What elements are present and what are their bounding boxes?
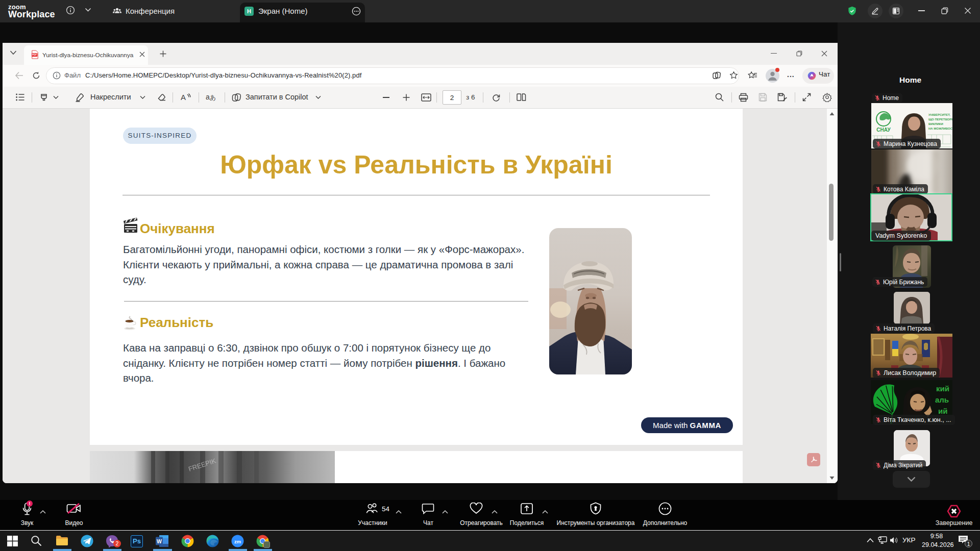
svg-text:СНАУ: СНАУ xyxy=(876,127,891,133)
svg-text:ЩО ПЕРЕТВОРЮЄ: ЩО ПЕРЕТВОРЮЄ xyxy=(928,118,952,121)
svg-text:аль: аль xyxy=(935,395,949,404)
svg-text:W: W xyxy=(157,538,162,544)
svg-text:PDF: PDF xyxy=(32,54,37,56)
svg-text:ий: ий xyxy=(938,407,947,415)
svg-text:НА МОЖЛИВОСТІ: НА МОЖЛИВОСТІ xyxy=(928,127,952,130)
svg-text:ВИКЛИКИ: ВИКЛИКИ xyxy=(928,122,943,126)
svg-text:A: A xyxy=(181,93,186,102)
svg-text:zm: zm xyxy=(234,539,241,544)
svg-text:УНІВЕРСИТЕТ,: УНІВЕРСИТЕТ, xyxy=(928,113,950,116)
svg-text:кий: кий xyxy=(936,384,949,393)
